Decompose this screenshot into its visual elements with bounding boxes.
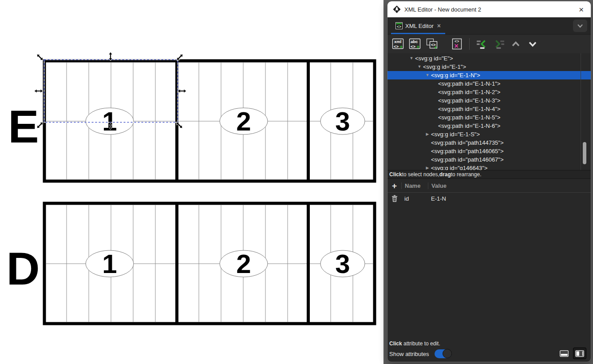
tree-node[interactable]: <svg:path id="E-1-N-6"> [387, 122, 591, 130]
section-badges-E[interactable]: 1 2 3 [86, 107, 365, 136]
trash-icon [391, 195, 398, 202]
svg-text:1: 1 [102, 107, 117, 136]
plus-icon: + [392, 182, 397, 190]
attribute-value[interactable]: E-1-N [428, 195, 591, 202]
layout-vertical-panes-button[interactable] [573, 348, 586, 359]
tab-overflow-button[interactable] [573, 20, 587, 32]
attributes-empty-area [387, 204, 591, 340]
delete-node-icon: <> × [450, 37, 463, 51]
delete-node-button[interactable]: <> × [450, 37, 463, 51]
dialog-titlebar[interactable]: XML Editor - New document 2 × [387, 1, 591, 17]
svg-text:×: × [455, 42, 459, 50]
tab-label: XML Editor [405, 23, 434, 29]
parking-lot-E[interactable]: E 1 2 3 [8, 61, 375, 181]
tree-scrollbar[interactable] [581, 53, 591, 170]
show-attributes-label: Show attributes [389, 351, 429, 357]
svg-text:<>: <> [397, 24, 401, 29]
move-node-up-button[interactable] [509, 37, 522, 51]
scrollbar-thumb[interactable] [583, 142, 586, 164]
column-header-value: Value [428, 182, 591, 189]
dialog-footer: Click attribute to edit. Show attributes [387, 340, 591, 362]
svg-text:<>: <> [411, 44, 416, 49]
tab-xml-editor[interactable]: <> XML Editor × [391, 17, 445, 34]
new-text-node-icon: abc <> + [408, 37, 422, 51]
drawing-canvas[interactable]: E 1 2 3 [0, 0, 387, 364]
duplicate-node-icon: <> + [425, 37, 439, 51]
tree-node[interactable]: <svg:g id="E-1-S"> [387, 130, 591, 138]
scale-handle-e [178, 89, 186, 93]
move-node-down-button[interactable] [526, 37, 539, 51]
svg-text:1: 1 [102, 249, 117, 279]
vertical-panes-icon [575, 350, 584, 357]
lot-letter-E: E [8, 101, 39, 152]
toolbar-separator [469, 38, 470, 50]
attributes-header: + Name Value [387, 179, 591, 193]
toggle-knob [443, 349, 452, 358]
indent-node-icon [493, 38, 505, 50]
tree-node-selected[interactable]: <svg:g id="E-1-N"> [387, 71, 591, 79]
expander-icon[interactable] [416, 63, 423, 71]
new-text-node-button[interactable]: abc <> + [408, 37, 422, 51]
expander-icon[interactable] [424, 130, 431, 138]
tree-node[interactable]: <svg:g id="g146643"> [387, 164, 591, 170]
close-icon[interactable]: × [577, 5, 585, 14]
section-badges-D[interactable]: 1 2 3 [86, 249, 365, 279]
xml-toolbar: xml <> + abc <> + <> + <> [387, 35, 591, 53]
tree-hint: Click to select nodes, drag to rearrange… [387, 170, 591, 179]
chevron-up-icon [510, 38, 522, 50]
chevron-down-icon [527, 38, 538, 50]
svg-text:3: 3 [335, 249, 350, 279]
tree-node[interactable]: <svg:path id="E-1-N-5"> [387, 113, 591, 122]
scale-handle-w [34, 89, 43, 93]
svg-text:<>: <> [394, 44, 399, 49]
active-tab-underline [391, 33, 445, 34]
tree-node[interactable]: <svg:path id="E-1-N-2"> [387, 88, 591, 96]
svg-text:3: 3 [335, 107, 350, 136]
xml-editor-icon: <> [395, 22, 403, 29]
tab-close-icon[interactable]: × [437, 22, 441, 29]
unindent-node-button[interactable] [475, 37, 489, 51]
parking-lot-D[interactable]: D 1 2 3 [6, 203, 375, 324]
attribute-row[interactable]: id E-1-N [387, 193, 591, 204]
tree-node[interactable]: <svg:path id="E-1-N-1"> [387, 79, 591, 88]
horizontal-panes-icon [560, 350, 569, 357]
tab-bar: <> XML Editor × [387, 17, 591, 35]
svg-text:+: + [434, 44, 437, 51]
lot-letter-D: D [6, 243, 40, 294]
tree-node[interactable]: <svg:g id="E-1"> [387, 63, 591, 71]
tree-node[interactable]: <svg:path id="E-1-N-4"> [387, 105, 591, 113]
attribute-name[interactable]: id [401, 195, 428, 202]
new-element-node-button[interactable]: xml <> + [391, 37, 405, 51]
svg-text:+: + [399, 44, 403, 50]
chevron-down-icon [576, 22, 584, 30]
delete-attribute-button[interactable] [387, 195, 401, 202]
scale-handle-nw [36, 53, 44, 62]
xml-node-tree[interactable]: <svg:g id="E"> <svg:g id="E-1"> <svg:g i… [387, 53, 591, 170]
expander-icon[interactable] [408, 54, 415, 63]
column-header-name: Name [401, 182, 428, 189]
tree-node[interactable]: <svg:path id="path144735"> [387, 138, 591, 147]
tree-node[interactable]: <svg:path id="path146067"> [387, 155, 591, 164]
tree-node[interactable]: <svg:path id="E-1-N-3"> [387, 96, 591, 105]
indent-node-button[interactable] [492, 37, 506, 51]
show-attributes-toggle[interactable] [435, 349, 451, 358]
expander-icon[interactable] [424, 71, 431, 79]
tree-node[interactable]: <svg:g id="E"> [387, 54, 591, 63]
expander-icon[interactable] [424, 164, 431, 170]
attribute-edit-hint: Click attribute to edit. [389, 340, 591, 347]
svg-text:2: 2 [236, 249, 251, 279]
new-element-node-icon: xml <> + [391, 37, 405, 51]
svg-text:2: 2 [236, 107, 251, 136]
layout-horizontal-panes-button[interactable] [558, 348, 570, 359]
add-attribute-button[interactable]: + [387, 182, 401, 190]
tree-node[interactable]: <svg:path id="path146065"> [387, 147, 591, 155]
inkscape-logo-icon [393, 5, 401, 13]
unindent-node-icon [476, 38, 488, 50]
xml-editor-dialog: XML Editor - New document 2 × <> XML Edi… [387, 1, 591, 362]
duplicate-node-button[interactable]: <> + [425, 37, 439, 51]
dialog-title: XML Editor - New document 2 [404, 6, 481, 13]
svg-text:+: + [416, 44, 420, 50]
